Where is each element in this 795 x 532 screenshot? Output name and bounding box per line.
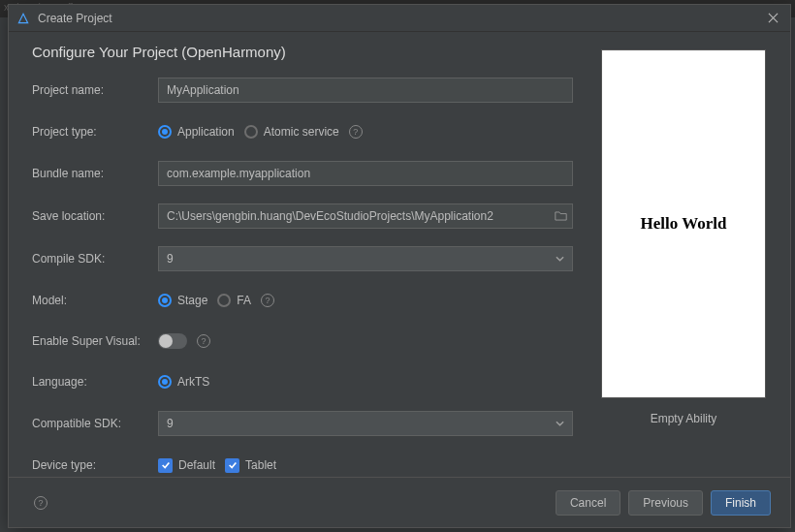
row-project-type: Project type: Application Atomic service…: [32, 120, 573, 143]
label-project-type: Project type:: [32, 125, 158, 139]
compatible-sdk-value: 9: [167, 417, 174, 430]
radio-atomic-label: Atomic service: [264, 125, 339, 139]
radio-atomic-service[interactable]: Atomic service: [244, 125, 339, 139]
cancel-button[interactable]: Cancel: [556, 490, 620, 516]
radio-dot-icon: [158, 375, 172, 389]
create-project-dialog: Create Project Configure Your Project (O…: [8, 4, 791, 528]
row-compile-sdk: Compile SDK: 9: [32, 246, 573, 271]
folder-browse-icon[interactable]: [555, 210, 567, 223]
label-language: Language:: [32, 375, 158, 389]
compile-sdk-value: 9: [167, 252, 174, 266]
row-compatible-sdk: Compatible SDK: 9: [32, 411, 573, 436]
label-bundle-name: Bundle name:: [32, 167, 158, 180]
radio-dot-icon: [217, 294, 231, 307]
dialog-content: Configure Your Project (OpenHarmony) Pro…: [9, 32, 790, 477]
radio-dot-icon: [158, 294, 172, 307]
save-location-input[interactable]: [158, 203, 573, 229]
radio-fa-label: FA: [237, 294, 251, 307]
help-icon[interactable]: ?: [197, 334, 210, 348]
radio-arkts-label: ArkTS: [177, 375, 209, 389]
titlebar: Create Project: [9, 5, 790, 32]
label-project-name: Project name:: [32, 83, 158, 97]
row-project-name: Project name:: [32, 78, 573, 103]
preview-device: Hello World: [601, 49, 766, 398]
radio-stage-label: Stage: [177, 294, 207, 307]
row-bundle-name: Bundle name:: [32, 161, 573, 186]
preview-column: Hello World Empty Ability: [596, 44, 771, 477]
radio-arkts[interactable]: ArkTS: [158, 375, 209, 389]
app-logo-icon: [16, 12, 30, 25]
help-icon[interactable]: ?: [261, 294, 274, 307]
preview-text: Hello World: [641, 214, 727, 234]
checkbox-tablet[interactable]: Tablet: [225, 458, 276, 473]
label-compile-sdk: Compile SDK:: [32, 252, 158, 266]
enable-super-visual-toggle[interactable]: [158, 333, 187, 349]
finish-button[interactable]: Finish: [711, 490, 771, 516]
row-model: Model: Stage FA ?: [32, 289, 573, 312]
radio-dot-icon: [244, 125, 258, 139]
form-column: Configure Your Project (OpenHarmony) Pro…: [32, 44, 573, 477]
chevron-down-icon: [556, 421, 564, 426]
checkbox-default[interactable]: Default: [158, 458, 215, 473]
chevron-down-icon: [556, 256, 564, 262]
help-icon[interactable]: ?: [349, 125, 363, 139]
radio-stage[interactable]: Stage: [158, 294, 207, 307]
close-button[interactable]: [763, 9, 782, 28]
footer-help-icon[interactable]: ?: [34, 496, 48, 510]
window-title: Create Project: [38, 12, 763, 25]
checkbox-tablet-label: Tablet: [245, 458, 276, 472]
page-heading: Configure Your Project (OpenHarmony): [32, 44, 573, 60]
label-compatible-sdk: Compatible SDK:: [32, 417, 158, 430]
checkbox-default-label: Default: [178, 458, 215, 472]
radio-fa[interactable]: FA: [217, 294, 251, 307]
previous-button[interactable]: Previous: [628, 490, 703, 516]
bundle-name-input[interactable]: [158, 161, 573, 186]
checkbox-check-icon: [158, 458, 173, 473]
checkbox-check-icon: [225, 458, 239, 473]
row-save-location: Save location:: [32, 203, 573, 229]
preview-caption: Empty Ability: [651, 412, 717, 425]
row-enable-super-visual: Enable Super Visual: ?: [32, 329, 573, 353]
compile-sdk-select[interactable]: 9: [158, 246, 573, 271]
radio-application-label: Application: [177, 125, 235, 139]
radio-application[interactable]: Application: [158, 125, 235, 139]
dialog-footer: ? Cancel Previous Finish: [9, 477, 790, 527]
radio-dot-icon: [158, 125, 172, 139]
label-enable-super-visual: Enable Super Visual:: [32, 334, 158, 348]
row-language: Language: ArkTS: [32, 370, 573, 393]
label-device-type: Device type:: [32, 458, 158, 472]
row-device-type: Device type: Default Tablet: [32, 454, 573, 477]
label-save-location: Save location:: [32, 209, 158, 223]
compatible-sdk-select[interactable]: 9: [158, 411, 573, 436]
label-model: Model:: [32, 294, 158, 307]
project-name-input[interactable]: [158, 78, 573, 103]
